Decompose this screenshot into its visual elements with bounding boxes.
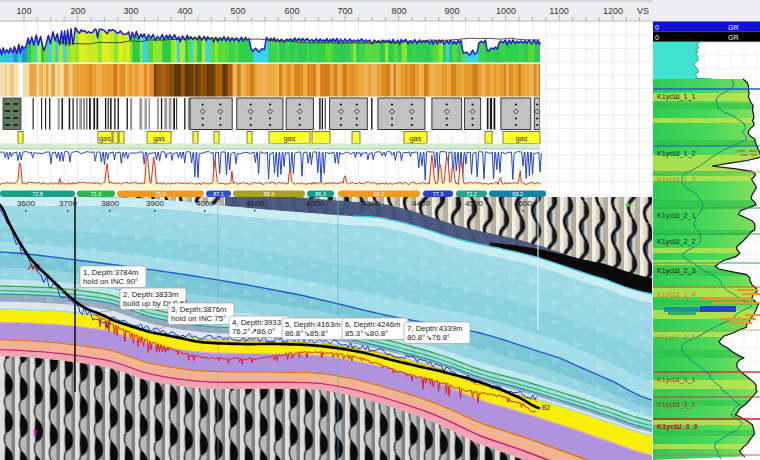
svg-text:gas: gas [283,134,295,143]
svg-text:75.9: 75.9 [155,191,166,197]
svg-text:86.3: 86.3 [315,191,326,197]
svg-text:4100: 4100 [246,199,264,208]
svg-text:gas: gas [515,134,527,143]
svg-text:gas: gas [409,134,421,143]
svg-text:4200: 4200 [306,199,324,208]
svg-text:hold on INC 90°: hold on INC 90° [83,277,138,286]
svg-text:400: 400 [177,6,192,16]
svg-text:87.1: 87.1 [213,191,224,197]
svg-text:800: 800 [391,6,406,16]
svg-text:3700: 3700 [59,199,77,208]
svg-text:K1ycШ_3_3: K1ycШ_3_3 [657,422,697,431]
svg-text:K1ycШ_2_4: K1ycШ_2_4 [657,290,696,299]
svg-text:K1ycШ_2_5: K1ycШ_2_5 [657,333,696,342]
svg-text:1100: 1100 [549,6,568,16]
svg-text:700: 700 [337,6,352,16]
svg-text:6, Depth:4246m: 6, Depth:4246m [345,320,400,329]
svg-text:900: 900 [444,6,459,16]
svg-text:4, Depth:3933: 4, Depth:3933 [232,318,281,327]
svg-text:K1ycШ_1_2: K1ycШ_1_2 [657,149,696,158]
svg-text:3800: 3800 [101,199,119,208]
svg-text:80.3: 80.3 [374,191,385,197]
svg-text:5, Depth:4163m: 5, Depth:4163m [285,320,340,329]
svg-text:4000: 4000 [196,199,214,208]
svg-text:85.4: 85.4 [264,191,275,197]
svg-text:gas: gas [99,134,111,143]
svg-text:B2: B2 [542,404,550,411]
svg-text:72.2: 72.2 [466,191,477,197]
svg-text:71.0: 71.0 [91,191,102,197]
svg-text:gas: gas [153,134,165,143]
svg-text:2, Depth:3833m: 2, Depth:3833m [123,290,178,299]
svg-text:77.3: 77.3 [433,191,444,197]
svg-text:0: 0 [655,34,659,41]
svg-text:76.2°↗86.0°: 76.2°↗86.0° [232,327,275,336]
svg-text:7, Depth:4339m: 7, Depth:4339m [407,324,462,333]
svg-text:K1ycШ_2_1: K1ycШ_2_1 [657,211,696,220]
svg-text:86.8°↘85.8°: 86.8°↘85.8° [285,329,328,338]
svg-text:1000: 1000 [496,6,516,16]
svg-text:K1ycШ_2_2: K1ycШ_2_2 [657,237,696,246]
svg-text:1200: 1200 [603,6,623,16]
svg-text:3600: 3600 [17,199,35,208]
svg-text:80.8°↘76.8°: 80.8°↘76.8° [407,333,450,342]
svg-text:K1ycШ_3_2: K1ycШ_3_2 [657,400,696,409]
svg-text:4600: 4600 [514,199,532,208]
svg-text:300: 300 [123,6,138,16]
svg-text:K1ycШ_1_1: K1ycШ_1_1 [657,92,696,101]
svg-text:1, Depth:3784m: 1, Depth:3784m [83,268,138,277]
svg-text:4300: 4300 [362,199,380,208]
svg-text:85.3°↘80.8°: 85.3°↘80.8° [345,329,388,338]
svg-text:4500: 4500 [465,199,483,208]
svg-text:4400: 4400 [412,199,430,208]
svg-text:GR: GR [728,24,739,31]
svg-text:K1ycШ_1_3: K1ycШ_1_3 [657,175,696,184]
svg-text:600: 600 [284,6,299,16]
svg-text:72.8: 72.8 [32,191,43,197]
svg-text:GR: GR [728,34,739,41]
svg-text:3900: 3900 [146,199,164,208]
svg-text:69.2: 69.2 [512,191,523,197]
svg-text:500: 500 [230,6,245,16]
svg-text:100: 100 [16,6,31,16]
svg-text:3, Depth:3876m: 3, Depth:3876m [171,305,226,314]
svg-text:VS: VS [637,6,649,16]
svg-text:K1ycШ_3_1: K1ycШ_3_1 [657,375,696,384]
svg-text:K1ycШ_2_3: K1ycШ_2_3 [657,266,696,275]
svg-text:0: 0 [655,24,659,31]
svg-text:hold on INC 75°: hold on INC 75° [171,314,226,323]
svg-text:200: 200 [70,6,85,16]
